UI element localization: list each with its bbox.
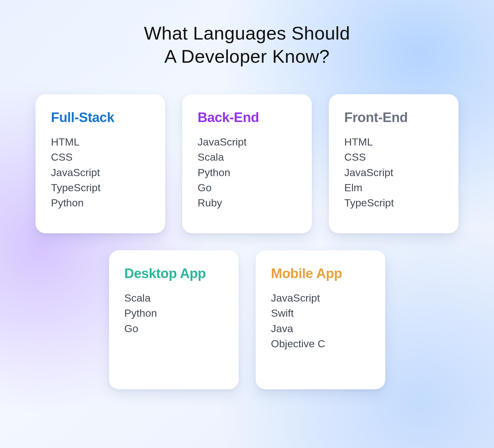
list-item: Objective C (271, 336, 370, 351)
card-title-fullstack: Full-Stack (51, 110, 150, 125)
list-item: JavaScript (344, 165, 443, 180)
list-item: Scala (124, 290, 223, 306)
list-item: Elm (344, 180, 443, 195)
list-item: CSS (51, 150, 150, 165)
list-item: JavaScript (198, 134, 296, 150)
card-row-2: Desktop AppScalaPythonGoMobile AppJavaSc… (109, 250, 385, 389)
list-item: Java (271, 321, 370, 336)
list-item: Python (198, 165, 296, 180)
card-frontend: Front-EndHTMLCSSJavaScriptElmTypeScript (329, 94, 458, 233)
card-list-backend: JavaScriptScalaPythonGoRuby (198, 134, 296, 210)
card-list-frontend: HTMLCSSJavaScriptElmTypeScript (344, 134, 443, 210)
card-title-backend: Back-End (198, 110, 296, 125)
list-item: JavaScript (271, 290, 370, 306)
page-title-line2: A Developer Know? (164, 46, 330, 67)
list-item: Ruby (198, 195, 296, 210)
card-title-desktop: Desktop App (124, 266, 223, 281)
list-item: Python (124, 306, 223, 321)
list-item: HTML (51, 134, 150, 150)
card-fullstack: Full-StackHTMLCSSJavaScriptTypeScriptPyt… (36, 94, 165, 233)
list-item: Swift (271, 306, 370, 321)
card-mobile: Mobile AppJavaScriptSwiftJavaObjective C (256, 250, 385, 389)
card-list-desktop: ScalaPythonGo (124, 290, 223, 336)
card-title-mobile: Mobile App (271, 266, 370, 281)
page-title-line1: What Languages Should (144, 23, 350, 44)
cards-container: Full-StackHTMLCSSJavaScriptTypeScriptPyt… (36, 94, 458, 389)
card-title-frontend: Front-End (344, 110, 443, 125)
card-desktop: Desktop AppScalaPythonGo (109, 250, 239, 389)
list-item: HTML (344, 134, 443, 150)
list-item: Go (124, 321, 223, 336)
card-list-fullstack: HTMLCSSJavaScriptTypeScriptPython (51, 134, 150, 210)
list-item: CSS (344, 150, 443, 165)
card-list-mobile: JavaScriptSwiftJavaObjective C (271, 290, 370, 351)
list-item: Go (198, 180, 296, 195)
list-item: Scala (198, 150, 296, 165)
list-item: TypeScript (51, 180, 150, 195)
list-item: Python (51, 195, 150, 210)
list-item: TypeScript (344, 195, 443, 210)
page-title: What Languages Should A Developer Know? (144, 22, 350, 68)
card-row-1: Full-StackHTMLCSSJavaScriptTypeScriptPyt… (36, 94, 458, 233)
list-item: JavaScript (51, 165, 150, 180)
card-backend: Back-EndJavaScriptScalaPythonGoRuby (182, 94, 312, 233)
